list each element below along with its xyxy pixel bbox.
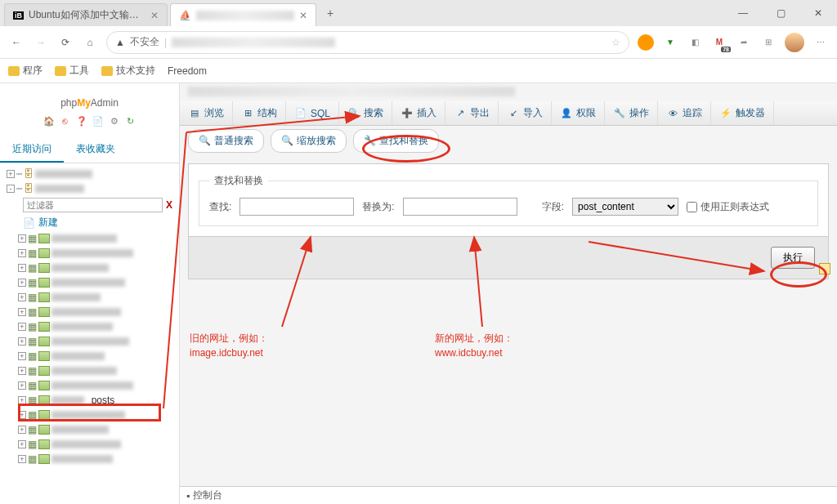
home-icon[interactable]: 🏠	[43, 114, 56, 127]
table-row[interactable]: +▦	[18, 408, 176, 422]
table-row[interactable]: +▦	[18, 422, 176, 437]
favicon-ib-icon: iB	[13, 11, 24, 20]
menu-tracking[interactable]: 👁追踪	[658, 101, 711, 125]
expand-icon[interactable]: +	[18, 337, 26, 346]
table-row[interactable]: +▦	[18, 378, 176, 393]
table-row[interactable]: +▦	[18, 452, 176, 466]
expand-icon[interactable]: +	[18, 440, 26, 448]
bookmark-programs[interactable]: 程序	[8, 64, 43, 78]
filter-clear-icon[interactable]: X	[163, 199, 176, 211]
table-row[interactable]: +▦	[18, 231, 176, 246]
docs-icon[interactable]: ❓	[75, 114, 88, 127]
expand-icon[interactable]: +	[18, 367, 26, 375]
tab-recent[interactable]: 近期访问	[0, 137, 64, 163]
tab-favorites[interactable]: 表收藏夹	[64, 137, 128, 163]
menu-privileges[interactable]: 👤权限	[552, 101, 605, 125]
menu-insert[interactable]: ➕插入	[392, 101, 445, 125]
table-row[interactable]: +▦	[18, 246, 176, 261]
table-row[interactable]: +▦	[18, 261, 176, 275]
expand-icon[interactable]: +	[18, 234, 26, 243]
nav-back-button[interactable]: ←	[8, 34, 25, 51]
extension-collections-icon[interactable]: ⊞	[760, 34, 777, 51]
subtab-find-replace[interactable]: 🔧查找和替换	[353, 129, 439, 153]
menu-import[interactable]: ↙导入	[499, 101, 552, 125]
menu-browse[interactable]: ▤浏览	[180, 101, 233, 125]
tab-close-icon[interactable]: ✕	[150, 10, 159, 21]
regex-checkbox[interactable]	[687, 202, 697, 212]
nav-home-button[interactable]: ⌂	[82, 34, 98, 51]
table-row[interactable]: +▦	[18, 364, 176, 378]
menu-export[interactable]: ↗导出	[445, 101, 499, 125]
settings-icon[interactable]: ⚙	[108, 114, 121, 127]
filter-input[interactable]	[23, 198, 163, 212]
table-row[interactable]: +▦	[18, 275, 176, 290]
extension-generic-icon[interactable]: ◧	[687, 34, 703, 51]
find-input[interactable]	[239, 198, 354, 216]
tree-node[interactable]: +┈🗄	[7, 167, 176, 181]
expand-icon[interactable]: +	[18, 264, 26, 272]
expand-icon[interactable]: +	[18, 293, 26, 301]
browse-icon: ▤	[188, 107, 201, 120]
subtab-normal-search[interactable]: 🔍普通搜索	[188, 129, 264, 153]
bookmark-freedom[interactable]: Freedom	[168, 65, 207, 77]
menu-search[interactable]: 🔍搜索	[339, 101, 392, 125]
browser-tab-0[interactable]: iB Ubuntu如何添加中文输入法 / H ✕	[4, 3, 168, 26]
table-row-posts[interactable]: +▦_posts	[18, 393, 176, 408]
new-tab-button[interactable]: +	[319, 7, 342, 20]
window-close-button[interactable]: ✕	[799, 0, 837, 26]
bookmark-tools[interactable]: 工具	[55, 64, 89, 78]
extension-shield-icon[interactable]: ▼	[662, 34, 678, 51]
expand-icon[interactable]: +	[18, 396, 26, 404]
table-row[interactable]: +▦	[18, 305, 176, 319]
new-table-link[interactable]: 📄新建	[23, 214, 176, 231]
tree-node-expanded[interactable]: -┈🗄	[7, 181, 176, 196]
bookmark-support[interactable]: 技术支持	[101, 64, 155, 78]
expand-icon[interactable]: +	[7, 170, 15, 178]
window-minimize-button[interactable]: —	[724, 0, 762, 26]
console-bar[interactable]: ▪ 控制台	[180, 486, 837, 504]
menu-structure[interactable]: ⊞结构	[233, 101, 286, 125]
logout-icon[interactable]: ⎋	[59, 114, 72, 127]
expand-icon[interactable]: +	[18, 426, 26, 434]
expand-icon[interactable]: +	[18, 323, 26, 331]
nav-refresh-button[interactable]: ⟳	[57, 34, 74, 51]
tab-close-icon[interactable]: ✕	[299, 10, 307, 21]
export-icon: ↗	[454, 107, 467, 120]
menu-sql[interactable]: 📄SQL	[286, 101, 339, 125]
user-avatar[interactable]	[785, 33, 804, 52]
table-icon	[38, 263, 50, 273]
extension-share-icon[interactable]: ➦	[736, 34, 752, 51]
expand-icon[interactable]: +	[18, 381, 26, 390]
replace-input[interactable]	[403, 198, 517, 216]
submit-button[interactable]: 执行	[771, 247, 815, 269]
extension-orange-icon[interactable]	[638, 34, 654, 51]
browser-tab-1[interactable]: ⛵ ✕	[170, 3, 316, 26]
menu-operations[interactable]: 🔧操作	[605, 101, 658, 125]
subtab-zoom-search[interactable]: 🔍缩放搜索	[271, 129, 347, 153]
bookmark-open-icon[interactable]	[819, 263, 830, 274]
table-row[interactable]: +▦	[18, 319, 176, 334]
nav-forward-button[interactable]: →	[33, 34, 49, 51]
table-row[interactable]: +▦	[18, 334, 176, 349]
expand-icon[interactable]: +	[18, 308, 26, 316]
field-select[interactable]: post_content	[572, 198, 678, 216]
url-input[interactable]: ▲ 不安全 | ☆	[106, 31, 629, 54]
insecure-warning-icon: ▲	[115, 37, 125, 48]
reload-icon[interactable]: ↻	[124, 114, 137, 127]
menu-triggers[interactable]: ⚡触发器	[711, 101, 774, 125]
expand-icon[interactable]: +	[18, 411, 26, 419]
window-maximize-button[interactable]: ▢	[762, 0, 799, 26]
expand-icon[interactable]: +	[18, 249, 26, 257]
extension-gmail-icon[interactable]: M78	[711, 34, 727, 51]
table-row[interactable]: +▦	[18, 349, 176, 364]
collapse-icon[interactable]: -	[7, 185, 15, 193]
table-row[interactable]: +▦	[18, 290, 176, 305]
sql-icon[interactable]: 📄	[92, 114, 105, 127]
regex-checkbox-label[interactable]: 使用正则表达式	[687, 200, 769, 214]
star-icon[interactable]: ☆	[611, 37, 620, 48]
browser-menu-icon[interactable]: ⋯	[812, 34, 829, 51]
expand-icon[interactable]: +	[18, 352, 26, 360]
table-row[interactable]: +▦	[18, 437, 176, 452]
expand-icon[interactable]: +	[18, 279, 26, 287]
expand-icon[interactable]: +	[18, 455, 26, 463]
